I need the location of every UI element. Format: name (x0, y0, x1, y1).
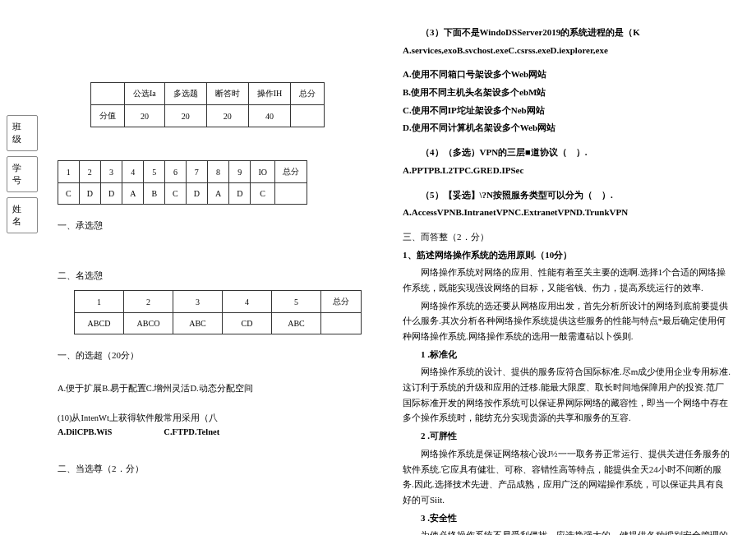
option-line-1: A.便于扩展B.易于配置C.增州灵活D.动态分配空间 (58, 383, 362, 394)
side-label-id: 学 号 (7, 156, 38, 192)
t2r3: A (122, 183, 144, 205)
t2r7: A (207, 183, 228, 205)
t2r1: D (79, 183, 100, 205)
heading-2: 二、名选憩 (58, 270, 362, 282)
q3-opts-first: A.services,exoB.svchost.exeC.csrss.exeD.… (403, 43, 731, 58)
section-3: 三、而答整（2．分） (403, 229, 731, 245)
q5-opts: A.AccessVPNB.IntranetVPNC.ExtranetVPND.T… (403, 205, 731, 220)
q3d: D.使用不同计算机名架设多个Web网站 (403, 120, 731, 136)
answer-table-1: 1 2 3 4 5 6 7 8 9 IO 总分 C D D A (58, 160, 307, 205)
t3r3: CD (223, 313, 272, 334)
t3r2: ABC (173, 313, 223, 334)
t2h1: 2 (79, 161, 100, 183)
t2h2: 3 (100, 161, 122, 183)
heading-1: 一、承选憩 (58, 219, 362, 232)
t2r8: D (229, 183, 251, 205)
t2h9: IO (251, 161, 275, 183)
t3r5 (321, 313, 362, 334)
s3-para: 为使必络操作系统不易受利侵扰，应选挣强大的、健提供各种缎别安全管理的网络操作系统… (403, 528, 731, 535)
t3h4: 5 (272, 291, 321, 313)
t3h1: 2 (124, 291, 173, 313)
s1t: 网络操作系统的设计、提供的服务应符合国际标准.尽m成少使用企业专用标准.这订利于… (403, 364, 731, 426)
t1h0 (91, 83, 125, 105)
t1r1: 20 (125, 105, 165, 127)
q10-opts: A.DilCPB.WiS C.FTPD.Telnet (58, 427, 362, 436)
t3h2: 3 (173, 291, 223, 313)
p1: 1、筋述网络操作系统的选用原则.（10分） (403, 247, 731, 263)
answer-table-2: 1 2 3 4 5 总分 ABCD ABCO ABC CD ABC (74, 290, 362, 334)
t1r0: 分值 (91, 105, 125, 127)
t2h6: 7 (186, 161, 207, 183)
s3t1: 为使必络操作系统不易受利侵扰，应选挣强大的、健提供各种缎别安全管理的网络操作系统… (403, 530, 728, 535)
t3r0: ABCD (75, 313, 124, 334)
s3: 3 .安全性 (403, 510, 731, 526)
t1h5: 总分 (291, 83, 325, 105)
q4: （4）（多选）VPN的三层■道协议（ ）. (403, 145, 731, 160)
t3r4: ABC (272, 313, 321, 334)
t1r3: 20 (206, 105, 248, 127)
q3a: A.使用不同箱口号架设多个Web网站 (403, 67, 731, 82)
t2h10: 总分 (274, 161, 307, 183)
t2h8: 9 (229, 161, 251, 183)
t2r4: B (144, 183, 165, 205)
q3b: B.使用不同主机头名架设多个ebM站 (403, 85, 731, 100)
t1h1: 公选Ia (125, 83, 165, 105)
p1-1: 网络操作系统对网络的应用、性能有着至关主要的选啊.选择1个合适的网络操作系统，既… (403, 265, 731, 295)
t2h3: 4 (122, 161, 144, 183)
heading-3: 一、的选超（20分） (58, 349, 362, 362)
heading-4: 二、当选尊（2．分） (58, 463, 362, 475)
q3c: C.使用不同IP坨址架设多个Neb网站 (403, 103, 731, 118)
t2h0: 1 (58, 161, 80, 183)
t2h4: 5 (144, 161, 165, 183)
t2r2: D (100, 183, 122, 205)
t2h7: 8 (207, 161, 228, 183)
s2: 2 .可胖性 (403, 428, 731, 444)
t3h3: 4 (223, 291, 272, 313)
side-label-class: 班 级 (7, 115, 38, 151)
t2h5: 6 (165, 161, 187, 183)
t2r10 (274, 183, 307, 205)
t1r5 (291, 105, 325, 127)
t2r6: D (186, 183, 207, 205)
q3-title: （3）下面不是WindoDSServer2019的系统进程的是（K (403, 25, 731, 40)
t3r1: ABCO (124, 313, 173, 334)
s2t: 网络操作系统是保证网络核心设J½一一取务券正常运行、提供关进任务服务的软件系统.… (403, 446, 731, 508)
t3h5: 总分 (321, 291, 362, 313)
p1-2: 网络操作系统的选还要从网格应用出发，首先分析所设计的网络到底前要提供什么服务.其… (403, 298, 731, 344)
t1h2: 多选题 (164, 83, 206, 105)
t2r9: C (251, 183, 275, 205)
t2r0: C (58, 183, 80, 205)
q5: （5）【妥选】\?N按照服务类型可以分为（ ）. (403, 187, 731, 203)
s1: 1 .标准化 (403, 347, 731, 362)
q4-opts: A.PPTPB.L2TPC.GRED.IPSec (403, 163, 731, 178)
t1h3: 断答时 (206, 83, 248, 105)
q10-line: (10)从IntenWt上获得软件般常用采用（八 (58, 413, 362, 424)
t1h4: 操作IH (248, 83, 291, 105)
side-label-name: 姓 名 (7, 197, 38, 233)
score-table: 公选Ia 多选题 断答时 操作IH 总分 分值 20 20 20 40 (90, 82, 325, 127)
t1r2: 20 (164, 105, 206, 127)
t3h0: 1 (75, 291, 124, 313)
t1r4: 40 (248, 105, 291, 127)
t2r5: C (165, 183, 187, 205)
